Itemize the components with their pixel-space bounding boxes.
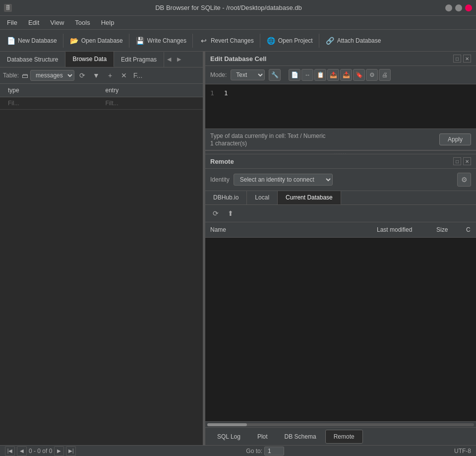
identity-bar: Identity Select an identity to connect ⚙ <box>205 169 476 191</box>
new-record-button[interactable]: + <box>104 69 116 81</box>
write-changes-icon: 💾 <box>135 36 145 46</box>
cell-editor[interactable]: 1 1 <box>205 84 476 129</box>
tab-scroll-right[interactable]: ▶ <box>174 54 184 65</box>
tab-database-structure[interactable]: Database Structure <box>0 52 65 67</box>
filter-type[interactable]: Fil... <box>4 98 102 108</box>
nav-first-button[interactable]: |◀ <box>5 446 15 456</box>
write-changes-button[interactable]: 💾 Write Changes <box>131 34 190 48</box>
identity-select[interactable]: Select an identity to connect <box>234 174 333 186</box>
scrollbar-track[interactable] <box>207 423 474 426</box>
scrollbar-thumb[interactable] <box>207 423 247 426</box>
edit-cell-header: Edit Database Cell □ ✕ <box>205 52 476 66</box>
mode-btn-7[interactable]: ⚙ <box>366 69 378 81</box>
maximize-button[interactable] <box>455 4 462 11</box>
bottom-tab-db-schema[interactable]: DB Schema <box>277 430 324 443</box>
column-headers: type entry <box>0 84 203 97</box>
new-database-icon: 📄 <box>6 36 16 46</box>
mode-btn-1[interactable]: 📄 <box>289 69 300 81</box>
open-project-button[interactable]: 🌐 Open Project <box>262 34 317 48</box>
menu-view[interactable]: View <box>45 17 69 28</box>
title-bar: 🗄 DB Browser for SQLite - /root/Desktop/… <box>0 0 476 16</box>
remote-toolbar: ⟳ ⬆ <box>205 205 476 222</box>
mode-btn-8[interactable]: 🖨 <box>379 69 391 81</box>
attach-database-label: Attach Database <box>337 37 381 44</box>
mode-btn-3[interactable]: 📋 <box>314 69 326 81</box>
mode-btn-2[interactable]: ↔ <box>301 69 313 81</box>
close-button[interactable] <box>465 4 472 11</box>
table-icon: 🗃 <box>22 72 28 79</box>
menu-bar: File Edit View Tools Help <box>0 16 476 30</box>
refresh-table-button[interactable]: ⟳ <box>76 69 88 81</box>
bottom-tab-sql-log[interactable]: SQL Log <box>209 430 248 443</box>
menu-edit[interactable]: Edit <box>23 17 44 28</box>
tab-edit-pragmas[interactable]: Edit Pragmas <box>114 52 164 67</box>
app-icon: 🗄 <box>4 4 12 12</box>
remote-tab-current-database[interactable]: Current Database <box>278 191 341 204</box>
nav-next-button[interactable]: ▶ <box>54 446 64 456</box>
data-area[interactable] <box>0 110 203 445</box>
remote-scrollbar[interactable] <box>205 421 476 427</box>
remote-close-button[interactable]: ✕ <box>463 157 471 165</box>
write-changes-label: Write Changes <box>147 37 186 44</box>
edit-cell-title: Edit Database Cell <box>210 55 266 63</box>
open-database-button[interactable]: 📂 Open Database <box>65 34 127 48</box>
col-header-type: type <box>4 86 102 95</box>
cell-char-count: 1 character(s) <box>210 140 247 147</box>
open-database-icon: 📂 <box>69 36 79 46</box>
menu-tools[interactable]: Tools <box>70 17 95 28</box>
mode-btn-5[interactable]: 📥 <box>340 69 352 81</box>
filter-row: Fil... Filt... <box>0 97 203 110</box>
edit-cell-panel: Edit Database Cell □ ✕ Mode: Text Binary… <box>205 52 476 150</box>
remote-panel: ...... Remote □ ✕ Identity Select an ide… <box>205 150 476 445</box>
remote-tabs: DBHub.io Local Current Database <box>205 191 476 205</box>
bottom-tab-remote[interactable]: Remote <box>325 430 363 444</box>
remote-col-size: Size <box>431 224 461 235</box>
revert-changes-button[interactable]: ↩ Revert Changes <box>195 34 258 48</box>
right-panel: Edit Database Cell □ ✕ Mode: Text Binary… <box>205 52 476 445</box>
revert-changes-label: Revert Changes <box>211 37 254 44</box>
nav-prev-button[interactable]: ◀ <box>17 446 27 456</box>
remote-col-name: Name <box>205 224 372 235</box>
remote-tab-dbhubio[interactable]: DBHub.io <box>205 191 247 204</box>
delete-record-button[interactable]: ✕ <box>118 69 130 81</box>
attach-database-icon: 🔗 <box>325 36 335 46</box>
apply-button[interactable]: Apply <box>439 133 471 145</box>
remote-detach-button[interactable]: □ <box>453 157 461 165</box>
menu-help[interactable]: Help <box>96 17 119 28</box>
bottom-tab-plot[interactable]: Plot <box>249 430 276 443</box>
open-database-label: Open Database <box>81 37 123 44</box>
mode-btn-4[interactable]: 📤 <box>327 69 339 81</box>
remote-header: Remote □ ✕ <box>205 154 476 169</box>
goto-input[interactable] <box>264 447 284 456</box>
table-select[interactable]: messages <box>30 70 74 81</box>
mode-label: Mode: <box>210 71 227 78</box>
tab-scroll-left[interactable]: ◀ <box>164 54 174 65</box>
remote-data-area[interactable] <box>205 238 476 421</box>
new-database-button[interactable]: 📄 New Database <box>2 34 61 48</box>
toolbar-sep-4 <box>260 34 260 48</box>
remote-resize-handle[interactable]: ...... <box>205 150 476 154</box>
mode-btn-6[interactable]: 🔖 <box>353 69 365 81</box>
remote-panel-controls: □ ✕ <box>453 157 471 165</box>
close-panel-button[interactable]: ✕ <box>463 55 471 63</box>
status-nav: |◀ ◀ 0 - 0 of 0 ▶ ▶| <box>5 446 76 456</box>
bottom-tabs: SQL Log Plot DB Schema Remote <box>205 427 476 445</box>
sql-button[interactable]: F... <box>132 69 144 81</box>
mode-select[interactable]: Text Binary Null JSON <box>231 69 265 80</box>
filter-entry[interactable]: Filt... <box>102 98 199 108</box>
remote-upload-button[interactable]: ⬆ <box>224 207 237 220</box>
menu-file[interactable]: File <box>2 17 22 28</box>
attach-database-button[interactable]: 🔗 Attach Database <box>321 34 385 48</box>
identity-settings-button[interactable]: ⚙ <box>457 173 471 187</box>
table-label: Table: <box>3 72 19 79</box>
mode-extra-icon[interactable]: 🔧 <box>269 69 281 81</box>
minimize-button[interactable] <box>445 4 452 11</box>
detach-button[interactable]: □ <box>453 55 461 63</box>
nav-last-button[interactable]: ▶| <box>66 446 76 456</box>
remote-col-c: C <box>461 224 476 235</box>
cell-status: Type of data currently in cell: Text / N… <box>205 129 476 150</box>
remote-refresh-button[interactable]: ⟳ <box>209 207 222 220</box>
filter-button[interactable]: ▼ <box>90 69 102 81</box>
remote-tab-local[interactable]: Local <box>247 191 278 204</box>
tab-browse-data[interactable]: Browse Data <box>65 52 114 67</box>
